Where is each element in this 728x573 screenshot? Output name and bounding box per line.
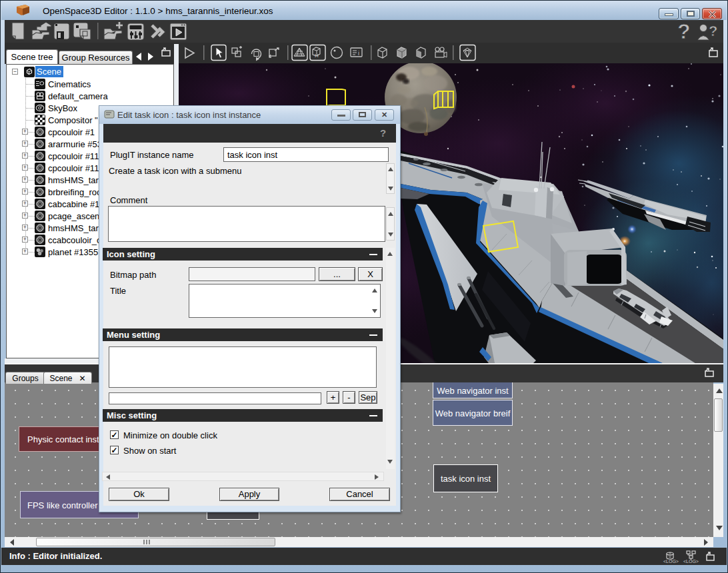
svg-text:i: i [358, 50, 359, 57]
svg-text:?: ? [677, 20, 691, 43]
svg-text:H: H [315, 53, 319, 59]
svg-text:<LOG>: <LOG> [683, 559, 699, 564]
svg-text:<LOG>: <LOG> [663, 559, 679, 564]
svg-text:?: ? [709, 23, 717, 39]
